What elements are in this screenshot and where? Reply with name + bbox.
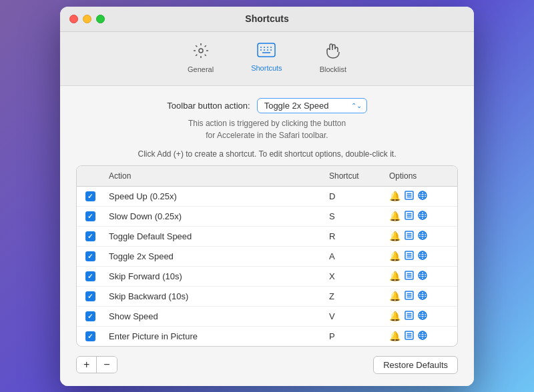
- row-checkbox-4[interactable]: [77, 267, 103, 285]
- list-icon-0[interactable]: [405, 191, 414, 202]
- list-icon-3[interactable]: [405, 251, 414, 262]
- globe-icon-7[interactable]: [418, 331, 427, 342]
- row-checkbox-5[interactable]: [77, 287, 103, 305]
- toolbar-action-select[interactable]: Toggle 2x Speed Speed Up Slow Down Toggl…: [257, 98, 367, 113]
- row-checkbox-3[interactable]: [77, 247, 103, 265]
- traffic-lights: [69, 15, 105, 23]
- row-action-7: Enter Picture in Picture: [103, 327, 324, 345]
- toolbar-action-select-wrapper[interactable]: Toggle 2x Speed Speed Up Slow Down Toggl…: [257, 98, 367, 113]
- row-shortcut-7: P: [324, 327, 384, 345]
- checkbox-4[interactable]: [85, 271, 95, 281]
- row-shortcut-0: D: [324, 187, 384, 205]
- tab-general[interactable]: General: [181, 40, 220, 76]
- checkbox-3[interactable]: [85, 251, 95, 261]
- row-checkbox-6[interactable]: [77, 307, 103, 325]
- header-action: Action: [103, 169, 324, 183]
- row-action-1: Slow Down (0.25x): [103, 207, 324, 225]
- globe-icon-0[interactable]: [418, 191, 427, 202]
- content-area: Toolbar button action: Toggle 2x Speed S…: [60, 86, 474, 386]
- row-action-6: Show Speed: [103, 307, 324, 325]
- row-options-1: 🔔: [384, 207, 457, 226]
- row-options-2: 🔔: [384, 227, 457, 246]
- tab-blocklist[interactable]: Blocklist: [313, 40, 353, 76]
- bell-icon-2[interactable]: 🔔: [389, 231, 400, 241]
- row-options-4: 🔔: [384, 267, 457, 286]
- table-row: Skip Forward (10s) X 🔔: [77, 267, 457, 287]
- row-shortcut-5: Z: [324, 287, 384, 305]
- globe-icon-5[interactable]: [418, 291, 427, 302]
- keyboard-icon: [257, 43, 276, 61]
- globe-icon-3[interactable]: [418, 251, 427, 262]
- table-row: Toggle Default Speed R 🔔: [77, 227, 457, 247]
- bell-icon-4[interactable]: 🔔: [389, 271, 400, 281]
- tab-shortcuts-label: Shortcuts: [251, 64, 282, 72]
- row-options-3: 🔔: [384, 247, 457, 266]
- header-shortcut: Shortcut: [324, 169, 384, 183]
- tab-general-label: General: [188, 65, 214, 73]
- restore-defaults-button[interactable]: Restore Defaults: [373, 356, 458, 374]
- list-icon-7[interactable]: [405, 331, 414, 342]
- list-icon-5[interactable]: [405, 291, 414, 302]
- bottom-bar: + − Restore Defaults: [76, 355, 458, 375]
- table-row: Enter Picture in Picture P 🔔: [77, 327, 457, 346]
- row-action-5: Skip Backward (10s): [103, 287, 324, 305]
- row-action-0: Speed Up (0.25x): [103, 187, 324, 205]
- minimize-button[interactable]: [83, 15, 91, 23]
- bell-icon-6[interactable]: 🔔: [389, 311, 400, 321]
- globe-icon-6[interactable]: [418, 311, 427, 322]
- row-options-6: 🔔: [384, 307, 457, 326]
- tab-blocklist-label: Blocklist: [320, 65, 346, 73]
- svg-point-0: [199, 49, 203, 53]
- list-icon-4[interactable]: [405, 271, 414, 282]
- checkbox-7[interactable]: [85, 331, 95, 341]
- list-icon-2[interactable]: [405, 231, 414, 242]
- row-checkbox-7[interactable]: [77, 327, 103, 345]
- checkbox-5[interactable]: [85, 291, 95, 301]
- svg-rect-1: [258, 43, 275, 57]
- bell-icon-5[interactable]: 🔔: [389, 291, 400, 301]
- table-row: Show Speed V 🔔: [77, 307, 457, 327]
- row-checkbox-2[interactable]: [77, 227, 103, 245]
- header-options: Options: [384, 169, 457, 183]
- row-action-2: Toggle Default Speed: [103, 227, 324, 245]
- globe-icon-4[interactable]: [418, 271, 427, 282]
- globe-icon-1[interactable]: [418, 211, 427, 222]
- bell-icon-7[interactable]: 🔔: [389, 331, 400, 341]
- window-title: Shortcuts: [245, 13, 288, 24]
- row-shortcut-4: X: [324, 267, 384, 285]
- hand-icon: [326, 43, 340, 63]
- main-window: Shortcuts General: [60, 7, 474, 386]
- shortcut-hint: Click Add (+) to create a shortcut. To e…: [76, 149, 458, 159]
- toolbar-action-row: Toolbar button action: Toggle 2x Speed S…: [76, 98, 458, 113]
- table-row: Skip Backward (10s) Z 🔔: [77, 287, 457, 307]
- tab-shortcuts[interactable]: Shortcuts: [244, 40, 288, 76]
- row-action-4: Skip Forward (10s): [103, 267, 324, 285]
- tab-toolbar: General Shortcuts: [60, 32, 474, 86]
- row-options-5: 🔔: [384, 287, 457, 306]
- checkbox-1[interactable]: [85, 211, 95, 221]
- bell-icon-3[interactable]: 🔔: [389, 251, 400, 261]
- table-row: Slow Down (0.25x) S 🔔: [77, 207, 457, 227]
- close-button[interactable]: [69, 15, 78, 23]
- checkbox-2[interactable]: [85, 231, 95, 241]
- row-options-0: 🔔: [384, 187, 457, 206]
- table-body: Speed Up (0.25x) D 🔔: [77, 187, 457, 346]
- add-shortcut-button[interactable]: +: [77, 357, 97, 373]
- checkbox-6[interactable]: [85, 311, 95, 321]
- row-checkbox-0[interactable]: [77, 187, 103, 205]
- row-checkbox-1[interactable]: [77, 207, 103, 225]
- gear-icon: [193, 43, 209, 63]
- checkbox-0[interactable]: [85, 191, 95, 201]
- maximize-button[interactable]: [96, 15, 105, 23]
- list-icon-1[interactable]: [405, 211, 414, 222]
- titlebar: Shortcuts: [60, 7, 474, 32]
- list-icon-6[interactable]: [405, 311, 414, 322]
- bell-icon-1[interactable]: 🔔: [389, 211, 400, 221]
- row-options-7: 🔔: [384, 327, 457, 346]
- table-row: Speed Up (0.25x) D 🔔: [77, 187, 457, 207]
- remove-shortcut-button[interactable]: −: [97, 357, 116, 373]
- bell-icon-0[interactable]: 🔔: [389, 191, 400, 201]
- row-action-3: Toggle 2x Speed: [103, 247, 324, 265]
- globe-icon-2[interactable]: [418, 231, 427, 242]
- row-shortcut-1: S: [324, 207, 384, 225]
